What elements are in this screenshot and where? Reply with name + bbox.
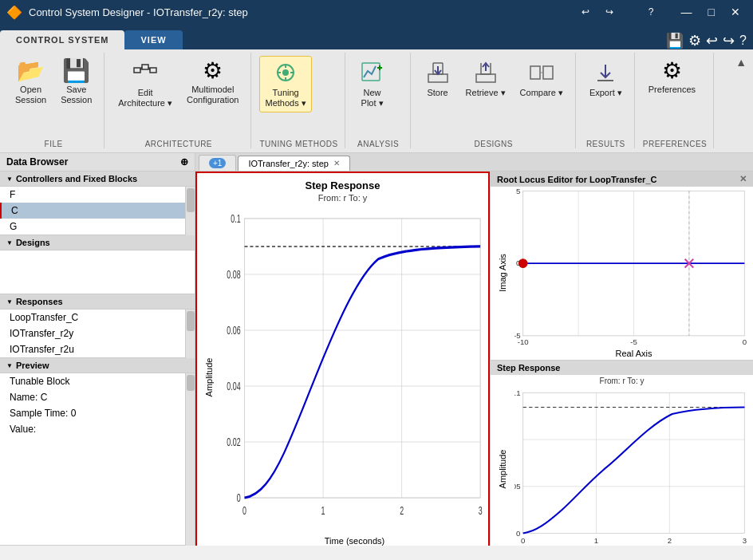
compare-button[interactable]: Compare ▾ [514,56,569,102]
main-plot-y-label-container: Amplitude [197,206,221,546]
tuning-methods-button[interactable]: TuningMethods ▾ [259,56,311,112]
ribbon-collapse-button[interactable]: ▲ [735,56,747,69]
preview-field-sampletime: Sample Time: 0 [0,405,185,421]
svg-text:0.05: 0.05 [514,482,520,491]
svg-text:1: 1 [594,536,598,545]
tab-view[interactable]: VIEW [124,30,182,49]
store-button[interactable]: Store [419,56,457,102]
tab-control-system[interactable]: CONTROL SYSTEM [0,30,124,49]
sidebar-item-F[interactable]: F [0,187,185,203]
step-response-content: Amplitude [491,388,753,546]
svg-text:0: 0 [237,491,241,505]
ribbon-group-file: 📂 OpenSession 💾 SaveSession FILE [3,53,104,148]
responses-section-label: Responses [16,297,63,306]
titlebar-controls: ↩ ↪ ? — □ ✕ [575,4,747,20]
svg-text:0: 0 [743,337,747,346]
results-group-label: RESULTS [584,140,628,148]
new-plot-icon [360,60,385,85]
compare-label: Compare ▾ [520,88,563,98]
preview-section-header[interactable]: ▼ Preview [0,358,195,373]
export-button[interactable]: Export ▾ [584,56,628,102]
svg-rect-67 [523,392,745,533]
sidebar-item-G[interactable]: G [0,219,185,235]
ribbon-group-analysis: NewPlot ▾ ANALYSIS [347,53,411,148]
svg-text:0.08: 0.08 [227,267,241,281]
save-session-button[interactable]: 💾 SaveSession [55,56,97,109]
plot-tab-plus[interactable]: +1 [199,155,236,171]
help-button[interactable]: ? [642,4,660,20]
sidebar-item-F-label: F [10,189,15,200]
sidebar-item-C[interactable]: C [0,203,185,219]
designs-section-label: Designs [16,238,50,247]
multimodel-config-icon: ⚙ [203,60,223,82]
svg-text:0: 0 [242,503,246,517]
sidebar-item-looptransfer-c[interactable]: LoopTransfer_C [0,310,185,325]
file-group-label: FILE [10,140,97,148]
preview-list: Tunable Block Name: C Sample Time: 0 Val… [0,373,195,546]
open-session-button[interactable]: 📂 OpenSession [10,56,52,109]
toolbar-settings-icon[interactable]: ⚙ [688,32,701,49]
app-icon: 🔶 [6,5,22,20]
compare-icon [529,60,554,85]
svg-text:5: 5 [516,187,520,195]
controllers-section-label: Controllers and Fixed Blocks [16,174,137,183]
minimize-button[interactable]: — [675,4,699,20]
svg-rect-2 [150,68,156,73]
step-response-y-label-container: Amplitude [491,388,514,546]
edit-architecture-button[interactable]: EditArchitecture ▾ [112,56,178,112]
open-session-label: OpenSession [15,85,46,105]
svg-text:0: 0 [516,258,520,267]
preferences-icon: ⚙ [662,60,682,82]
sidebar: Data Browser ⊕ ▼ Controllers and Fixed B… [0,153,195,546]
ribbon-group-preferences: ⚙ Preferences PREFERENCES [637,53,715,148]
controllers-scrollbar[interactable] [185,187,195,235]
sidebar-item-iotransfer-r2u[interactable]: IOTransfer_r2u [0,341,185,357]
quick-access-redo[interactable]: ↪ [599,4,620,20]
root-locus-y-label: Imag Axis [498,254,507,293]
svg-rect-19 [530,66,540,79]
responses-section-header[interactable]: ▼ Responses [0,294,195,310]
sidebar-settings-icon[interactable]: ⊕ [180,156,188,168]
svg-rect-1 [142,65,148,69]
svg-text:0.1: 0.1 [231,211,241,225]
app-title: Control System Designer - IOTransfer_r2y… [29,6,248,18]
toolbar-undo-icon[interactable]: ↩ [706,32,718,49]
preview-container: Tunable Block Name: C Sample Time: 0 Val… [0,373,195,546]
retrieve-button[interactable]: Retrieve ▾ [460,56,511,102]
iotransfer-tab-close[interactable]: ✕ [333,159,340,168]
save-session-label: SaveSession [61,85,92,105]
controllers-section-header[interactable]: ▼ Controllers and Fixed Blocks [0,172,195,187]
controllers-triangle: ▼ [6,175,13,183]
root-locus-close[interactable]: ✕ [739,174,747,184]
preferences-button[interactable]: ⚙ Preferences [643,56,701,99]
controllers-list: F C G [0,187,195,235]
controllers-scrollbar-thumb [187,188,195,212]
designs-section-header[interactable]: ▼ Designs [0,235,195,250]
new-plot-button[interactable]: NewPlot ▾ [353,56,392,112]
ribbon-group-designs: Store Retrieve ▾ [412,53,576,148]
responses-scrollbar[interactable] [185,310,195,358]
main-area: Data Browser ⊕ ▼ Controllers and Fixed B… [0,153,753,546]
close-button[interactable]: ✕ [724,4,747,20]
root-locus-svg: 5 0 -5 -10 -5 0 [514,187,753,349]
root-locus-svg-wrapper: 5 0 -5 -10 -5 0 Real Axis [514,187,753,360]
plot-tab-iotransfer[interactable]: IOTransfer_r2y: step ✕ [238,156,349,171]
maximize-button[interactable]: □ [702,4,721,20]
multimodel-config-label: MultimodelConfiguration [187,85,239,105]
toolbar-save-icon[interactable]: 💾 [666,32,684,49]
sidebar-item-iotransfer-r2y[interactable]: IOTransfer_r2y [0,325,185,341]
svg-text:2: 2 [668,536,672,545]
preview-sampletime-value: Sample Time: 0 [10,408,76,419]
sidebar-header: Data Browser ⊕ [0,153,195,172]
preferences-label: Preferences [649,85,696,95]
tuning-methods-group-label: TUNING METHODS [259,140,337,148]
preview-field-value: Value: [0,421,185,437]
toolbar-help-icon[interactable]: ? [739,34,747,48]
multimodel-config-button[interactable]: ⚙ MultimodelConfiguration [181,56,244,109]
tuning-methods-icon [273,60,298,85]
sidebar-item-C-label: C [11,205,18,216]
toolbar-redo-icon[interactable]: ↪ [723,32,735,49]
preview-scrollbar[interactable] [185,373,195,546]
quick-access-undo[interactable]: ↩ [575,4,596,20]
root-locus-title-bar: Root Locus Editor for LoopTransfer_C ✕ [491,172,753,187]
